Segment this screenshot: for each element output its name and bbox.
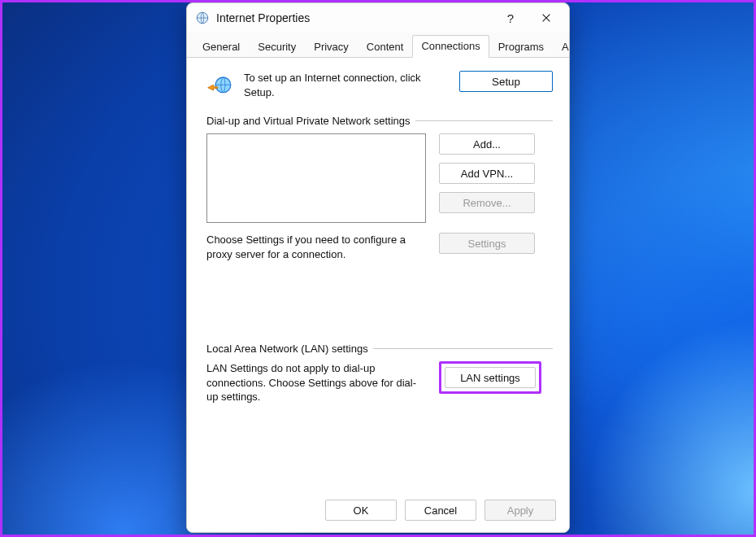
lan-settings-text: LAN Settings do not apply to dial-up con… — [206, 361, 426, 404]
help-button[interactable]: ? — [493, 7, 528, 29]
setup-text: To set up an Internet connection, click … — [244, 71, 443, 99]
close-icon — [541, 12, 552, 24]
globe-wizard-icon — [206, 72, 234, 100]
dialog-footer: OK Cancel Apply — [187, 491, 569, 532]
dialup-settings-button[interactable]: Settings — [439, 233, 535, 254]
add-connection-button[interactable]: Add... — [439, 133, 535, 155]
lan-settings-button[interactable]: LAN settings — [445, 367, 536, 388]
tab-programs[interactable]: Programs — [489, 36, 553, 58]
cancel-button[interactable]: Cancel — [405, 500, 476, 521]
tab-security[interactable]: Security — [249, 36, 305, 58]
groupbox-line — [373, 348, 553, 349]
setup-row: To set up an Internet connection, click … — [206, 71, 553, 100]
tab-advanced[interactable]: Advanced — [553, 36, 570, 58]
setup-button[interactable]: Setup — [459, 71, 553, 92]
group-lan-title: Local Area Network (LAN) settings — [206, 343, 368, 355]
groupbox-line — [415, 120, 554, 121]
titlebar[interactable]: Internet Properties ? — [187, 3, 569, 33]
tab-content[interactable]: Content — [358, 36, 413, 58]
tab-general[interactable]: General — [193, 36, 249, 58]
close-button[interactable] — [528, 7, 564, 29]
tab-strip: General Security Privacy Content Connect… — [187, 33, 569, 58]
add-vpn-button[interactable]: Add VPN... — [439, 163, 535, 184]
group-lan: Local Area Network (LAN) settings LAN Se… — [206, 343, 553, 404]
lan-settings-highlight: LAN settings — [439, 361, 541, 394]
apply-button[interactable]: Apply — [484, 500, 556, 521]
ok-button[interactable]: OK — [325, 500, 397, 521]
tab-privacy[interactable]: Privacy — [305, 36, 358, 58]
dialup-choose-settings-text: Choose Settings if you need to configure… — [206, 233, 426, 261]
tab-connections[interactable]: Connections — [412, 35, 489, 58]
dialog-body: To set up an Internet connection, click … — [187, 58, 569, 491]
group-dialup-title: Dial-up and Virtual Private Network sett… — [206, 115, 411, 127]
help-icon: ? — [507, 11, 514, 25]
desktop-wallpaper: Internet Properties ? General Security P… — [0, 0, 756, 537]
window-title: Internet Properties — [216, 11, 493, 24]
internet-properties-dialog: Internet Properties ? General Security P… — [186, 2, 570, 533]
internet-options-icon — [195, 11, 210, 25]
group-dialup: Dial-up and Virtual Private Network sett… — [206, 115, 553, 261]
remove-connection-button[interactable]: Remove... — [439, 192, 535, 213]
dialup-connections-list[interactable] — [206, 133, 426, 223]
